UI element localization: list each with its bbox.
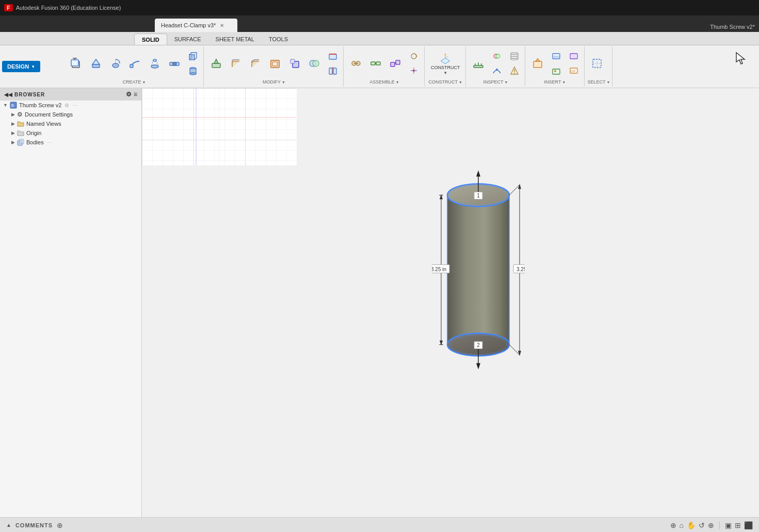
tab-tools[interactable]: TOOLS: [262, 34, 295, 45]
expand-origin-icon[interactable]: ▶: [11, 130, 15, 136]
tab-solid[interactable]: SOLID: [134, 34, 167, 45]
svg-marker-5: [92, 59, 100, 64]
browser-settings-icon[interactable]: ⚙: [126, 91, 132, 98]
titlebar-left: F Autodesk Fusion 360 (Education License…: [4, 4, 121, 11]
hole-btn[interactable]: [165, 55, 184, 72]
draft-btn[interactable]: [506, 64, 523, 77]
svg-rect-73: [571, 55, 576, 58]
extrude-btn[interactable]: [87, 55, 105, 72]
browser-expand-icon[interactable]: ≡: [134, 91, 137, 98]
split-body-btn[interactable]: [325, 64, 341, 77]
browser-item-named-views[interactable]: ▶ Named Views: [0, 119, 141, 128]
press-pull-btn[interactable]: [207, 55, 225, 72]
modify-group-label[interactable]: MODIFY ▼: [207, 79, 341, 86]
move-icon[interactable]: ⊕: [670, 521, 676, 529]
curvature-btn[interactable]: [489, 64, 505, 77]
sweep-btn[interactable]: [126, 55, 144, 72]
home-icon[interactable]: ⌂: [680, 521, 684, 529]
construct-group-label[interactable]: CONSTRUCT ▼: [428, 79, 463, 86]
construct-group-buttons: CONSTRUCT ▼: [428, 47, 463, 79]
comments-label[interactable]: COMMENTS: [15, 522, 53, 528]
expand-root-icon[interactable]: ▼: [3, 103, 8, 108]
gear-icon: ⚙: [17, 111, 23, 118]
combine-btn[interactable]: [305, 55, 324, 72]
orbit-icon[interactable]: ↺: [699, 521, 705, 529]
replace-face-btn[interactable]: [325, 49, 341, 63]
joint-btn[interactable]: [347, 55, 365, 72]
svg-rect-1: [71, 60, 78, 66]
shell-icon: [269, 57, 281, 70]
loft-btn[interactable]: [146, 55, 164, 72]
select-group-label[interactable]: SELECT ▼: [588, 79, 610, 86]
insert-group-label[interactable]: INSERT ▼: [528, 79, 582, 86]
insert-main-btn[interactable]: [528, 55, 547, 72]
combine-icon: [308, 57, 320, 70]
expand-bodies-icon[interactable]: ▶: [11, 140, 15, 145]
add-comment-icon[interactable]: ⊕: [57, 521, 63, 529]
window-select-btn[interactable]: [588, 55, 606, 72]
insert-svg-btn[interactable]: SVG: [548, 49, 564, 63]
construct-caret: ▼: [443, 71, 447, 75]
cylinder-btn[interactable]: [185, 64, 201, 77]
browser-root-dots-icon: ⋯: [72, 103, 77, 108]
tab-sheet-metal[interactable]: SHEET METAL: [208, 34, 262, 45]
expand-named-views-icon[interactable]: ▶: [11, 121, 15, 126]
fillet-btn[interactable]: [227, 55, 245, 72]
design-button[interactable]: DESIGN ▼: [2, 61, 40, 72]
box-btn[interactable]: [185, 49, 201, 63]
motion-btn[interactable]: [406, 49, 422, 63]
create-group-label[interactable]: CREATE ▼: [67, 79, 201, 86]
new-component-btn[interactable]: [67, 55, 86, 72]
revolve-btn[interactable]: [106, 55, 125, 72]
browser-item-root[interactable]: ▼ D Thumb Screw v2 ⚙ ⋯: [0, 101, 141, 110]
measure-btn[interactable]: [469, 55, 488, 72]
as-built-btn[interactable]: [386, 55, 405, 72]
grid-icon[interactable]: ⊞: [735, 521, 741, 529]
svg-point-14: [172, 62, 176, 65]
expand-doc-settings-icon[interactable]: ▶: [11, 112, 15, 117]
canvas-btn[interactable]: [566, 49, 582, 63]
browser-item-doc-settings[interactable]: ▶ ⚙ Document Settings: [0, 110, 141, 119]
statusbar-right: ⊕ ⌂ ✋ ↺ ⊕ ▣ ⊞ ⬛: [670, 521, 753, 529]
interference-btn[interactable]: [489, 49, 505, 63]
viewcube-icon[interactable]: ⬛: [744, 521, 753, 529]
svg-point-71: [554, 70, 556, 72]
zebra-btn[interactable]: [506, 49, 523, 63]
scale-btn[interactable]: [285, 55, 304, 72]
tab-surface[interactable]: SURFACE: [167, 34, 208, 45]
extrude-icon: [90, 57, 102, 70]
expand-comments-icon[interactable]: ▲: [6, 522, 11, 528]
browser-item-origin[interactable]: ▶ Origin: [0, 128, 141, 138]
joint-origin-btn[interactable]: [406, 64, 422, 77]
insert-caret-icon: ▼: [562, 80, 566, 84]
cylinder-3d: 1 2 3.25 in 3.25 in: [432, 164, 525, 372]
viewport[interactable]: 1 2 3.25 in 3.25 in: [142, 88, 759, 517]
interference-icon: [492, 51, 502, 61]
insert-dxf-btn[interactable]: DXF: [566, 64, 582, 77]
browser-item-bodies[interactable]: ▶ Bodies ⋯: [0, 138, 141, 147]
svg-text:2: 2: [477, 342, 480, 348]
chamfer-btn[interactable]: [246, 55, 265, 72]
main-area: ◀◀ BROWSER ⚙ ≡ ▼ D Thumb Screw v2 ⚙ ⋯ ▶ …: [0, 88, 759, 517]
collapse-browser-icon[interactable]: ◀◀: [4, 92, 12, 97]
new-component-icon: [70, 57, 83, 70]
joint-origin-icon: [409, 65, 419, 76]
rigid-btn[interactable]: [366, 55, 385, 72]
modify-group: MODIFY ▼: [205, 46, 344, 87]
construct-main-btn[interactable]: CONSTRUCT ▼: [428, 50, 463, 77]
create-group: CREATE ▼: [65, 46, 204, 87]
assemble-group-label[interactable]: ASSEMBLE ▼: [347, 79, 422, 86]
zoom-icon[interactable]: ⊕: [708, 521, 714, 529]
pan-icon[interactable]: ✋: [687, 521, 696, 529]
svg-rect-66: [534, 61, 542, 68]
active-tab[interactable]: Headset C-Clamp v3* ✕: [155, 19, 237, 32]
decal-btn[interactable]: [548, 64, 564, 77]
display-mode-icon[interactable]: ▣: [725, 521, 732, 529]
inspect-group-label[interactable]: INSPECT ▼: [469, 79, 523, 86]
inactive-tab-label[interactable]: Thumb Screw v2*: [710, 24, 755, 30]
bodies-label: Bodies: [26, 139, 44, 145]
origin-label: Origin: [26, 130, 41, 136]
tab-close-button[interactable]: ✕: [220, 23, 224, 28]
shell-btn[interactable]: [266, 55, 284, 72]
design-btn-label: DESIGN: [7, 63, 29, 70]
